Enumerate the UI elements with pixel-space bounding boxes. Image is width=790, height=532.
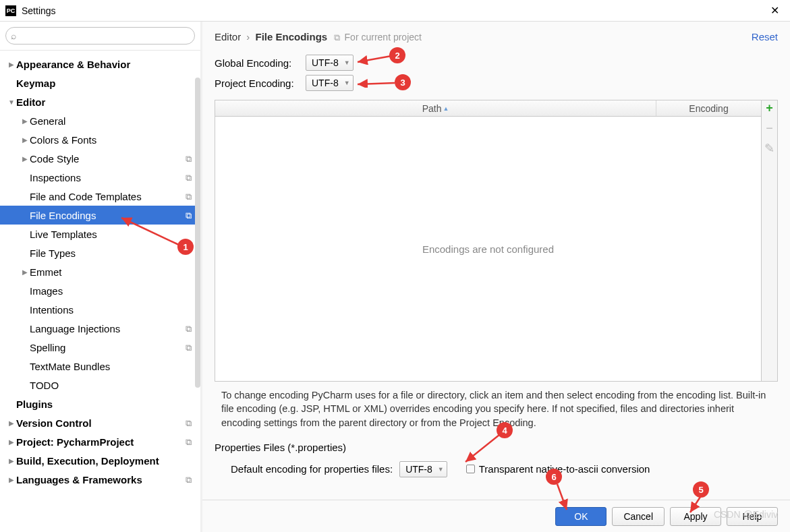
content-panel: Editor › File Encodings ⧉ For current pr… <box>202 22 790 532</box>
copy-icon: ⧉ <box>186 343 195 352</box>
caret-icon: ▶ <box>7 476 16 483</box>
chevron-down-icon: ▼ <box>344 59 350 66</box>
project-encoding-dropdown[interactable]: UTF-8 ▼ <box>306 75 354 91</box>
tree-item[interactable]: Spelling⧉ <box>0 338 200 357</box>
tree-item[interactable]: ▶Colors & Fonts <box>0 130 200 149</box>
tree-item[interactable]: Language Injections⧉ <box>0 319 200 338</box>
properties-section-title: Properties Files (*.properties) <box>202 430 790 453</box>
transparent-ascii-label: Transparent native-to-ascii conversion <box>479 463 650 475</box>
settings-tree[interactable]: ▶Appearance & BehaviorKeymap▼Editor▶Gene… <box>0 51 200 532</box>
caret-icon: ▶ <box>20 155 30 162</box>
reset-link[interactable]: Reset <box>752 31 778 42</box>
tree-item-label: Project: PycharmProject <box>16 436 186 448</box>
titlebar: PC Settings ✕ <box>0 0 790 22</box>
tree-item-label: Plugins <box>16 398 195 410</box>
tree-item[interactable]: Keymap <box>0 73 200 92</box>
chevron-down-icon: ▼ <box>344 80 350 86</box>
global-encoding-label: Global Encoding: <box>215 57 306 69</box>
close-icon[interactable]: ✕ <box>765 4 785 17</box>
scrollbar[interactable] <box>195 78 200 388</box>
tree-item-label: Version Control <box>16 417 186 429</box>
global-encoding-dropdown[interactable]: UTF-8 ▼ <box>306 55 354 71</box>
tree-item-label: File Types <box>30 247 195 259</box>
tree-item[interactable]: ▶Languages & Frameworks⧉ <box>0 470 200 489</box>
tree-item[interactable]: Intentions <box>0 300 200 319</box>
copy-icon: ⧉ <box>186 324 195 333</box>
edit-icon[interactable]: ✎ <box>764 142 774 154</box>
project-encoding-label: Project Encoding: <box>215 78 306 89</box>
copy-icon: ⧉ <box>186 173 195 182</box>
sidebar: ⌕ ▶Appearance & BehaviorKeymap▼Editor▶Ge… <box>0 22 202 532</box>
remove-icon[interactable]: − <box>766 122 773 134</box>
tree-item[interactable]: ▶Build, Execution, Deployment <box>0 451 200 470</box>
apply-button[interactable]: Apply <box>670 507 721 526</box>
col-encoding[interactable]: Encoding <box>656 100 761 116</box>
caret-icon: ▶ <box>20 136 30 144</box>
tree-item[interactable]: ▶Version Control⧉ <box>0 413 200 432</box>
help-text: To change encoding PyCharm uses for a fi… <box>202 382 790 430</box>
caret-icon: ▶ <box>7 61 16 68</box>
tree-item[interactable]: File Types <box>0 243 200 262</box>
copy-icon: ⧉ <box>186 475 195 484</box>
tree-item[interactable]: Inspections⧉ <box>0 168 200 187</box>
help-button[interactable]: Help <box>727 507 778 526</box>
tree-item[interactable]: File and Code Templates⧉ <box>0 187 200 206</box>
tree-item-label: Editor <box>16 96 195 108</box>
tree-item-label: Live Templates <box>30 229 195 240</box>
window-title: Settings <box>22 5 765 16</box>
cancel-button[interactable]: Cancel <box>612 507 665 526</box>
tree-item-label: Images <box>30 285 195 297</box>
tree-item-label: TODO <box>30 380 195 391</box>
tree-item-label: Appearance & Behavior <box>16 59 195 70</box>
tree-item[interactable]: ▶General <box>0 111 200 130</box>
encodings-table[interactable]: Path▲ Encoding Encodings are not configu… <box>215 100 762 382</box>
copy-icon: ⧉ <box>334 32 340 42</box>
tree-item-label: Languages & Frameworks <box>16 474 186 485</box>
chevron-down-icon: ▼ <box>438 466 444 473</box>
tree-item[interactable]: ▶Emmet <box>0 262 200 281</box>
add-icon[interactable]: + <box>766 102 773 114</box>
default-encoding-dropdown[interactable]: UTF-8 ▼ <box>399 461 447 477</box>
tree-item-label: Colors & Fonts <box>30 134 195 146</box>
tree-item-label: Keymap <box>16 78 195 89</box>
table-tools: + − ✎ <box>762 100 778 382</box>
tree-item[interactable]: TextMate Bundles <box>0 357 200 376</box>
col-path[interactable]: Path▲ <box>215 100 656 116</box>
caret-icon: ▶ <box>7 419 16 427</box>
copy-icon: ⧉ <box>186 191 195 201</box>
search-input[interactable] <box>5 27 195 45</box>
tree-item[interactable]: Plugins <box>0 394 200 413</box>
tree-item[interactable]: File Encodings⧉ <box>0 206 200 225</box>
tree-item[interactable]: Images <box>0 281 200 300</box>
tree-item[interactable]: Live Templates <box>0 225 200 243</box>
tree-item[interactable]: TODO <box>0 376 200 394</box>
tree-item-label: Spelling <box>30 342 186 353</box>
caret-icon: ▶ <box>20 117 30 125</box>
ok-button[interactable]: OK <box>555 507 606 526</box>
transparent-ascii-checkbox[interactable] <box>466 465 475 473</box>
tree-item-label: General <box>30 115 195 127</box>
tree-item-label: File and Code Templates <box>30 191 186 202</box>
copy-icon: ⧉ <box>186 154 195 163</box>
copy-icon: ⧉ <box>186 210 195 220</box>
tree-item-label: File Encodings <box>30 210 186 221</box>
sort-asc-icon: ▲ <box>443 105 449 112</box>
tree-item-label: Inspections <box>30 172 186 183</box>
footer: OK Cancel Apply Help <box>202 500 790 532</box>
tree-item-label: Build, Execution, Deployment <box>16 455 195 467</box>
tree-item[interactable]: ▶Appearance & Behavior <box>0 55 200 73</box>
tree-item[interactable]: ▶Project: PycharmProject⧉ <box>0 432 200 451</box>
tree-item-label: TextMate Bundles <box>30 361 195 372</box>
copy-icon: ⧉ <box>186 418 195 427</box>
breadcrumb: Editor › File Encodings ⧉ For current pr… <box>202 22 790 50</box>
caret-icon: ▶ <box>20 268 30 276</box>
app-icon: PC <box>5 5 16 16</box>
tree-item-label: Emmet <box>30 266 195 278</box>
tree-item[interactable]: ▼Editor <box>0 92 200 111</box>
copy-icon: ⧉ <box>186 437 195 446</box>
default-encoding-label: Default encoding for properties files: <box>231 463 393 475</box>
tree-item-label: Code Style <box>30 153 186 165</box>
tree-item[interactable]: ▶Code Style⧉ <box>0 149 200 168</box>
caret-icon: ▼ <box>7 98 16 106</box>
tree-item-label: Intentions <box>30 304 195 316</box>
